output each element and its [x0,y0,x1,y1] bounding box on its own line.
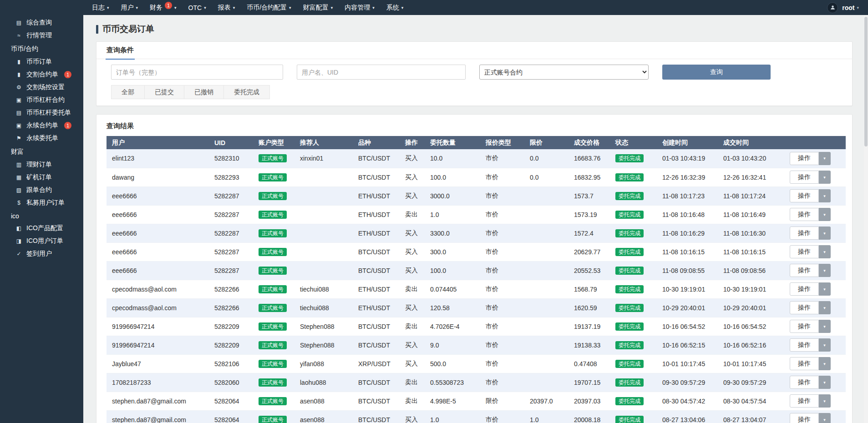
cell-referrer: Stephen088 [294,317,353,336]
sidebar-item-copy-trade-contracts[interactable]: ▧跟单合约 [0,184,83,196]
filter-tab-entrust-completed[interactable]: 委托完成 [223,85,270,99]
navbar-item-coin-contract-config[interactable]: 币币/合约配置▾ [241,0,297,15]
cell-symbol: BTC/USDT [353,336,400,354]
cell-status: 委托完成 [610,392,657,410]
cell-dealt-at: 01-03 10:43:20 [718,149,784,168]
scrollbar-thumb[interactable] [864,17,868,146]
action-dropdown-button[interactable]: ▾ [819,245,831,258]
action-dropdown-button[interactable]: ▾ [819,189,831,202]
sidebar-item-coin-margin-contracts[interactable]: ▣币币杠杆合约 [0,94,83,106]
filter-tab-submitted[interactable]: 已提交 [144,85,184,99]
cell-actions: 操作▾ [784,354,846,373]
action-dropdown-button[interactable]: ▾ [819,227,831,240]
navbar-item-users[interactable]: 用户▾ [115,0,144,15]
cell-actions: 操作▾ [784,336,846,354]
action-button[interactable]: 操作 [790,338,819,352]
sidebar-item-market-management[interactable]: ≈行情管理 [0,29,83,42]
sidebar-item-ico-user-orders[interactable]: ◨ICO用户订单 [0,235,83,247]
cell-dealt-at: 11-08 10:17:24 [718,186,784,205]
vertical-scrollbar[interactable] [864,15,868,423]
cell-amount: 4.7026E-4 [425,317,480,336]
cell-dealt-at: 10-30 19:19:01 [718,280,784,298]
action-dropdown-button[interactable]: ▾ [819,152,831,165]
status-badge: 委托完成 [615,173,644,181]
results-card-title: 查询结果 [107,122,842,131]
cell-user: eee6666 [107,261,209,280]
sidebar-item-private-user-orders[interactable]: $私募用户订单 [0,196,83,209]
action-dropdown-button[interactable]: ▾ [819,301,831,314]
action-button[interactable]: 操作 [790,208,819,221]
cell-side: 买入 [400,186,425,205]
action-dropdown-button[interactable]: ▾ [819,394,831,408]
search-button[interactable]: 查询 [662,65,771,80]
sidebar-item-coin-orders[interactable]: ▮币币订单 [0,55,83,68]
action-button[interactable]: 操作 [790,245,819,258]
cell-limit-price [524,224,569,242]
action-dropdown-button[interactable]: ▾ [819,338,831,352]
action-button[interactable]: 操作 [790,394,819,408]
cell-deal-price: 0.47408 [569,354,610,373]
action-button[interactable]: 操作 [790,227,819,240]
navbar-item-finance[interactable]: 财务1▾ [144,0,183,15]
chevron-down-icon: ▾ [174,5,177,10]
navbar-item-otc[interactable]: OTC▾ [183,0,212,15]
navbar-item-wealth-config[interactable]: 财富配置▾ [297,0,339,15]
stats-icon: ▤ [15,20,22,26]
action-dropdown-button[interactable]: ▾ [819,357,831,370]
sidebar-item-miner-orders[interactable]: ▦矿机订单 [0,171,83,184]
action-button[interactable]: 操作 [790,171,819,184]
sidebar-item-coin-margin-entrust-orders[interactable]: ▤币币杠杆委托单 [0,106,83,119]
cell-account-type: 正式账号 [253,186,294,205]
cell-created-at: 11-08 09:08:55 [657,261,718,280]
sidebar-item-ico-product-config[interactable]: ◧ICO产品配置 [0,222,83,235]
action-dropdown-button[interactable]: ▾ [819,171,831,184]
action-button[interactable]: 操作 [790,301,819,314]
column-header: 委托数量 [425,136,480,149]
sidebar-item-label: 交割合约单 [26,70,58,79]
navbar-item-content-management[interactable]: 内容管理▾ [339,0,381,15]
sidebar-item-perpetual-contract-orders[interactable]: ▣永续合约单1 [0,119,83,132]
action-dropdown-button[interactable]: ▾ [819,413,831,423]
cell-referrer [294,242,353,261]
filter-tab-cancelled[interactable]: 已撤销 [184,85,224,99]
sidebar-item-checkin-users[interactable]: ✓签到用户 [0,247,83,260]
sidebar-item-perpetual-entrust-orders[interactable]: ⚑永续委托单 [0,132,83,145]
cell-price-type: 市价 [480,186,524,205]
action-button[interactable]: 操作 [790,320,819,333]
action-button[interactable]: 操作 [790,376,819,389]
action-dropdown-button[interactable]: ▾ [819,208,831,221]
column-header [784,136,846,149]
sidebar-item-comprehensive-query[interactable]: ▤综合查询 [0,16,83,29]
order-no-input[interactable] [111,65,283,80]
username-uid-input[interactable] [297,65,466,80]
action-dropdown-button[interactable]: ▾ [819,264,831,277]
filter-tab-all[interactable]: 全部 [111,85,145,99]
cell-price-type: 市价 [480,373,524,392]
action-button[interactable]: 操作 [790,189,819,202]
action-button[interactable]: 操作 [790,413,819,423]
sidebar-item-wealth-orders[interactable]: ▥理财订单 [0,158,83,171]
chevron-down-icon: ▾ [823,175,826,180]
action-button[interactable]: 操作 [790,357,819,370]
action-dropdown-button[interactable]: ▾ [819,376,831,389]
sidebar-item-label: 永续合约单 [26,121,58,130]
navbar-item-reports[interactable]: 报表▾ [212,0,241,15]
action-button[interactable]: 操作 [790,152,819,165]
cell-symbol: BTC/USDT [353,410,400,423]
user-menu[interactable]: root ▾ [842,4,859,11]
sidebar-item-label: ICO产品配置 [26,224,63,232]
navbar-item-logs[interactable]: 日志▾ [86,0,115,15]
action-button[interactable]: 操作 [790,264,819,277]
chevron-down-icon: ▾ [823,362,826,366]
account-type-select[interactable]: 正式账号合约 [479,65,649,80]
cell-limit-price: 1.0 [524,410,569,423]
action-dropdown-button[interactable]: ▾ [819,282,831,296]
action-button[interactable]: 操作 [790,282,819,296]
action-dropdown-button[interactable]: ▾ [819,320,831,333]
profile-button[interactable] [827,2,838,13]
sidebar-item-delivery-contract-orders[interactable]: ▮交割合约单1 [0,68,83,81]
column-header: 创建时间 [657,136,718,149]
sidebar-item-delivery-risk-settings[interactable]: ⚙交割场控设置 [0,81,83,94]
navbar-item-system[interactable]: 系统▾ [381,0,410,15]
cell-account-type: 正式账号 [253,280,294,298]
